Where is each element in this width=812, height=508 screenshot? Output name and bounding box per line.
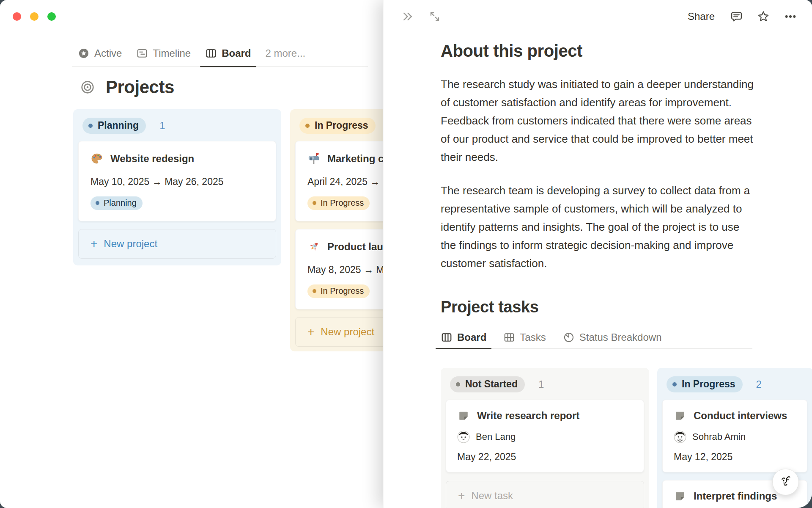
ai-face-icon <box>777 474 794 491</box>
status-dot <box>88 124 93 128</box>
status-dot <box>456 382 460 387</box>
status-dot <box>96 201 99 205</box>
notion-ai-button[interactable] <box>772 469 799 495</box>
card-title: Conduct interviews <box>694 410 787 422</box>
tab-timeline-view[interactable]: Timeline <box>136 40 191 66</box>
close-side-peek-icon[interactable] <box>400 8 416 25</box>
column-status-pill[interactable]: In Progress <box>299 118 376 134</box>
tab-board-view[interactable]: Board <box>205 40 251 66</box>
card-title: Website redesign <box>110 153 194 165</box>
close-button[interactable] <box>13 12 21 21</box>
tab-status-breakdown-view[interactable]: Status Breakdown <box>563 326 662 348</box>
tasks-view-tabs: Board Tasks Status Breakdown <box>441 326 752 349</box>
card-due-date: May 22, 2025 <box>457 451 633 463</box>
page-icon <box>457 409 470 422</box>
card-title: Interpret findings <box>694 490 777 502</box>
column-count: 1 <box>159 120 165 132</box>
card-title: Product lau <box>327 241 383 253</box>
status-dot <box>305 124 310 128</box>
view-tabs: Active Timeline Board 2 more... <box>72 40 368 67</box>
assignee-name: Ben Lang <box>476 431 516 442</box>
tab-tasks-view[interactable]: Tasks <box>503 326 546 348</box>
side-peek-panel: Share About this project The research st… <box>383 0 812 508</box>
rocket-emoji <box>307 240 320 253</box>
star-circle-icon <box>78 47 90 59</box>
page-icon <box>674 409 686 422</box>
card-title: Marketing c <box>327 153 384 165</box>
target-icon <box>80 80 95 94</box>
tab-label: Board <box>457 331 486 343</box>
new-task-button[interactable]: + New task <box>446 481 644 508</box>
board-icon <box>205 47 217 59</box>
card-status-tag: In Progress <box>307 284 370 298</box>
project-card-website-redesign[interactable]: Website redesign May 10, 2025 → May 26, … <box>78 141 276 221</box>
tab-label: Status Breakdown <box>579 331 662 343</box>
page-header: Projects <box>80 77 174 97</box>
column-status-pill[interactable]: Planning <box>82 118 146 134</box>
more-options-icon[interactable] <box>782 8 798 25</box>
page-body: About this project The research study wa… <box>441 0 755 349</box>
about-paragraph-2: The research team is developing a survey… <box>441 182 755 273</box>
about-heading: About this project <box>441 41 755 61</box>
card-status-tag: In Progress <box>307 196 370 210</box>
card-due-date: May 12, 2025 <box>674 451 796 463</box>
status-dot <box>672 382 677 387</box>
column-count: 1 <box>538 378 544 390</box>
task-card-write-research-report[interactable]: Write research report Ben Lang May 22, 2… <box>446 400 644 472</box>
new-project-button[interactable]: + New project <box>78 229 276 259</box>
task-card-conduct-interviews[interactable]: Conduct interviews Sohrab Amin May 12, 2… <box>662 400 807 472</box>
board-icon <box>441 331 453 343</box>
card-title: Write research report <box>477 410 579 422</box>
plus-icon: + <box>458 490 465 502</box>
card-status-tag: Planning <box>91 196 143 210</box>
palette-emoji <box>91 152 103 165</box>
tab-active-view[interactable]: Active <box>78 40 122 66</box>
zoom-button[interactable] <box>47 12 56 21</box>
timeline-icon <box>136 47 148 59</box>
notion-window: Active Timeline Board 2 more... Projects <box>0 0 812 508</box>
plus-icon: + <box>307 326 314 338</box>
window-controls <box>13 12 56 21</box>
page-title[interactable]: Projects <box>106 77 174 97</box>
avatar-sohrab-amin <box>674 431 686 443</box>
column-status-pill[interactable]: In Progress <box>667 376 743 392</box>
page-icon <box>674 490 686 502</box>
column-status-pill[interactable]: Not Started <box>450 376 525 392</box>
mailbox-emoji <box>307 152 320 165</box>
tab-more-views[interactable]: 2 more... <box>266 40 306 66</box>
task-column-not-started: Not Started 1 Write research report Ben … <box>441 368 649 508</box>
avatar-ben-lang <box>457 431 470 443</box>
pie-chart-icon <box>563 331 575 343</box>
minimize-button[interactable] <box>30 12 38 21</box>
about-paragraph-1: The research study was initiated to gain… <box>441 75 755 166</box>
tab-label: Tasks <box>520 331 546 343</box>
tab-label: 2 more... <box>266 47 306 59</box>
plus-icon: + <box>91 238 97 250</box>
tab-label: Timeline <box>153 47 191 59</box>
project-tasks-heading: Project tasks <box>441 297 755 317</box>
status-dot <box>313 289 316 293</box>
card-date-range: May 10, 2025 → May 26, 2025 <box>91 176 264 188</box>
tab-board-view[interactable]: Board <box>441 326 486 348</box>
favorite-star-icon[interactable] <box>755 8 771 25</box>
status-dot <box>313 201 316 205</box>
tab-label: Active <box>94 47 122 59</box>
tab-label: Board <box>222 47 251 59</box>
assignee-name: Sohrab Amin <box>692 431 746 442</box>
board-column-planning: Planning 1 Website redesign May 10, 2025… <box>73 109 281 265</box>
table-icon <box>503 331 515 343</box>
column-count: 2 <box>756 378 762 390</box>
